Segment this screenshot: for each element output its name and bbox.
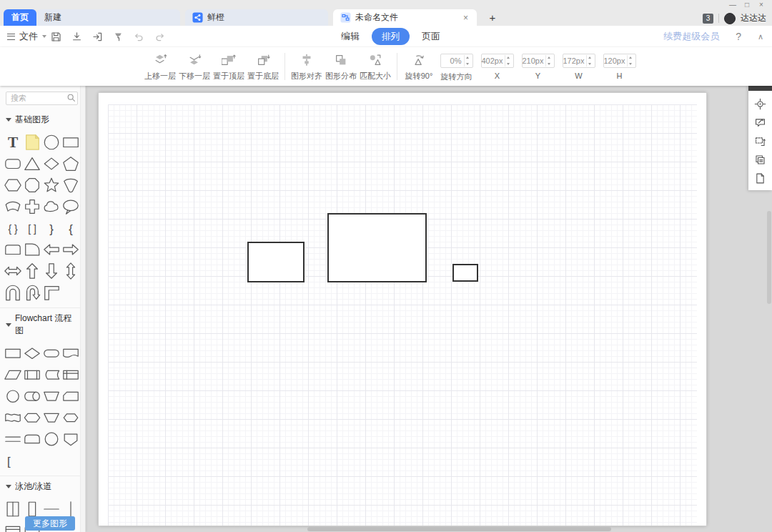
ribbon-button[interactable]: 图形分布 bbox=[324, 51, 358, 82]
text-shape[interactable]: T bbox=[3, 132, 22, 152]
process-shape[interactable] bbox=[3, 343, 22, 363]
pool-horizontal-2-shape[interactable] bbox=[3, 521, 22, 532]
pool-vertical-2-shape[interactable] bbox=[3, 499, 22, 519]
ribbon-button[interactable]: 图形对齐 bbox=[290, 51, 324, 82]
speech-bubble-shape[interactable] bbox=[61, 197, 80, 217]
corner-shape[interactable] bbox=[41, 282, 61, 302]
pentagon-shape[interactable] bbox=[61, 154, 80, 174]
rounded-rectangle-shape[interactable] bbox=[3, 154, 22, 174]
circle-shape[interactable] bbox=[41, 132, 61, 152]
format-painter-icon[interactable] bbox=[112, 31, 124, 43]
data-parallelogram-shape[interactable] bbox=[3, 365, 22, 385]
stored-data-shape[interactable] bbox=[41, 365, 61, 385]
close-icon[interactable]: × bbox=[462, 13, 470, 23]
decision-shape[interactable] bbox=[22, 343, 41, 363]
hexagon-shape[interactable] bbox=[3, 175, 22, 195]
window-close-button[interactable]: × bbox=[754, 1, 768, 9]
save-icon[interactable] bbox=[50, 31, 62, 43]
sticky-note-shape[interactable] bbox=[22, 132, 41, 152]
ribbon-button[interactable]: 匹配大小 bbox=[358, 51, 392, 82]
ribbon-button[interactable]: 置于底层 bbox=[246, 51, 280, 82]
arrow-up-shape[interactable] bbox=[22, 261, 41, 281]
display-shape[interactable] bbox=[22, 429, 41, 449]
page-doc-icon[interactable] bbox=[754, 172, 766, 184]
section-header[interactable]: 基础图形 bbox=[0, 109, 85, 129]
arrow-left-right-shape[interactable] bbox=[3, 261, 22, 281]
canvas-rectangle[interactable] bbox=[452, 264, 478, 282]
preparation-shape[interactable] bbox=[22, 408, 41, 428]
manual-operation-shape[interactable] bbox=[41, 386, 61, 406]
tab-home[interactable]: 首页 bbox=[4, 9, 36, 26]
terminator-shape[interactable] bbox=[41, 343, 61, 363]
u-turn-shape[interactable] bbox=[22, 282, 41, 302]
horizontal-scrollbar[interactable] bbox=[307, 527, 611, 531]
ribbon-button[interactable]: 置于顶层 bbox=[212, 51, 246, 82]
file-menu[interactable]: 文件 bbox=[7, 26, 46, 47]
manual-input-shape[interactable] bbox=[41, 408, 61, 428]
ribbon-button[interactable]: 下移一层 bbox=[177, 51, 212, 82]
number-input[interactable]: 172px bbox=[563, 54, 595, 68]
cloud-shape[interactable] bbox=[41, 197, 61, 217]
right-brace-shape[interactable]: } bbox=[41, 218, 61, 238]
number-input[interactable]: 120px bbox=[603, 54, 636, 68]
download-icon[interactable] bbox=[71, 31, 83, 43]
avatar[interactable] bbox=[724, 13, 736, 24]
locate-crosshair-icon[interactable] bbox=[754, 98, 766, 110]
section-header[interactable]: Flowchart 流程图 bbox=[0, 307, 85, 340]
tab-document[interactable]: 新建 bbox=[37, 9, 180, 26]
card-shape[interactable] bbox=[61, 386, 80, 406]
rectangle-shape[interactable] bbox=[61, 132, 80, 152]
collapse-ribbon-button[interactable]: ∧ bbox=[758, 32, 763, 41]
comment-edit-icon[interactable] bbox=[754, 117, 766, 129]
left-brace-shape[interactable]: { bbox=[61, 218, 80, 238]
ribbon-button[interactable]: 上移一层 bbox=[143, 51, 177, 82]
d-shape-shape[interactable] bbox=[22, 240, 41, 260]
direct-access-storage-shape[interactable] bbox=[22, 386, 41, 406]
u-turn-double-shape[interactable] bbox=[3, 282, 22, 302]
section-header[interactable]: 泳池/泳道 bbox=[0, 476, 85, 496]
window-maximize-button[interactable]: □ bbox=[740, 1, 754, 9]
connector-circle-shape[interactable] bbox=[3, 386, 22, 406]
circle-large-shape[interactable] bbox=[41, 429, 61, 449]
mode-tab[interactable]: 页面 bbox=[417, 29, 445, 44]
arc-rectangle-shape[interactable] bbox=[3, 197, 22, 217]
off-page-connector-shape[interactable] bbox=[61, 429, 80, 449]
panel-handle[interactable] bbox=[748, 86, 772, 91]
help-button[interactable]: ? bbox=[736, 31, 741, 42]
predefined-process-shape[interactable] bbox=[22, 365, 41, 385]
star-shape[interactable] bbox=[41, 175, 61, 195]
more-shapes-button[interactable]: 更多图形 bbox=[25, 516, 75, 531]
ribbon-button[interactable]: 旋转90° bbox=[402, 51, 436, 82]
undo-icon[interactable] bbox=[133, 31, 145, 43]
spinner-buttons[interactable] bbox=[464, 55, 472, 66]
cone-shape[interactable] bbox=[61, 175, 80, 195]
canvas-rectangle[interactable] bbox=[247, 242, 305, 282]
mode-tab[interactable]: 编辑 bbox=[336, 29, 365, 44]
spinner-buttons[interactable] bbox=[586, 55, 594, 66]
tape-shape[interactable] bbox=[3, 408, 22, 428]
canvas[interactable] bbox=[86, 86, 772, 532]
username[interactable]: 达达达 bbox=[741, 12, 766, 24]
tab-document[interactable]: 未命名文件× bbox=[333, 9, 477, 26]
sidebar-scrollbar[interactable] bbox=[80, 86, 85, 532]
redo-icon[interactable] bbox=[154, 31, 166, 43]
hexagon-node-shape[interactable] bbox=[61, 408, 80, 428]
triangle-shape[interactable] bbox=[22, 154, 41, 174]
document-shape[interactable] bbox=[61, 343, 80, 363]
document-page[interactable] bbox=[99, 93, 706, 526]
tab-document[interactable]: 鲜橙 bbox=[185, 9, 328, 26]
canvas-resize-icon[interactable] bbox=[754, 135, 766, 147]
octagon-shape[interactable] bbox=[22, 175, 41, 195]
spinner-buttons[interactable] bbox=[545, 55, 553, 66]
vertical-scrollbar[interactable] bbox=[767, 211, 771, 304]
canvas-rectangle[interactable] bbox=[327, 213, 427, 282]
arrow-up-down-shape[interactable] bbox=[61, 261, 80, 281]
window-minimize-button[interactable]: — bbox=[726, 1, 740, 9]
number-input[interactable]: 0% bbox=[440, 54, 473, 68]
export-icon[interactable] bbox=[91, 31, 104, 43]
arrow-down-shape[interactable] bbox=[41, 261, 61, 281]
mode-tab[interactable]: 排列 bbox=[372, 28, 410, 45]
spinner-buttons[interactable] bbox=[627, 55, 635, 66]
group-panel-icon[interactable] bbox=[754, 154, 766, 166]
top-round-rectangle-shape[interactable] bbox=[3, 240, 22, 260]
